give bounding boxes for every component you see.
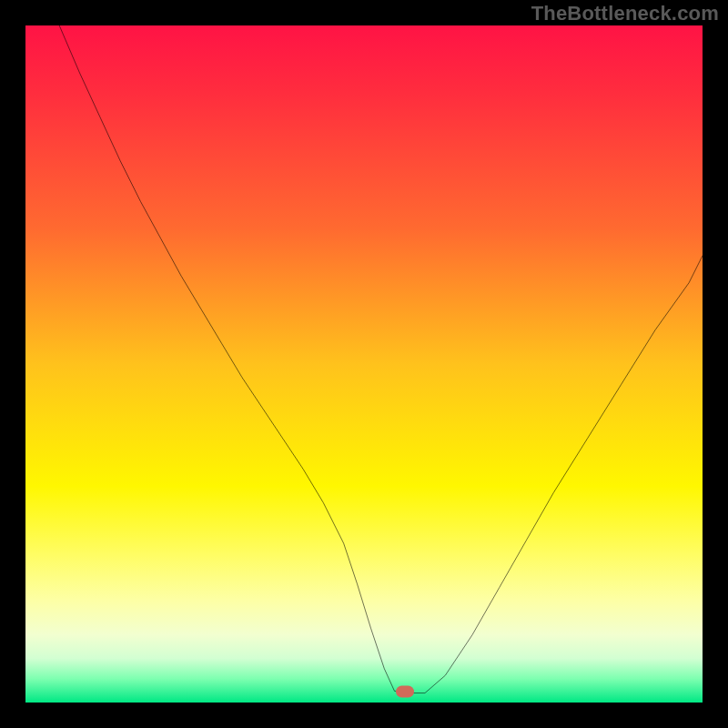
- plot-area: [25, 25, 703, 703]
- watermark-text: TheBottleneck.com: [531, 2, 719, 25]
- bottleneck-curve: [25, 25, 703, 703]
- minimum-marker: [396, 686, 414, 698]
- chart-frame: TheBottleneck.com: [0, 0, 728, 728]
